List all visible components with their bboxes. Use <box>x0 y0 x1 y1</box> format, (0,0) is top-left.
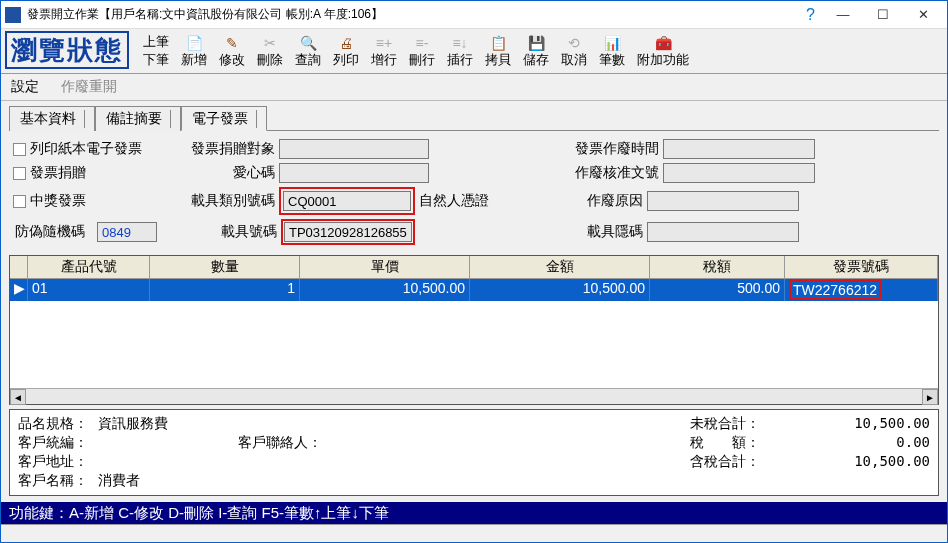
window-title: 發票開立作業【用戶名稱:文中資訊股份有限公司 帳別:A 年度:106】 <box>27 6 806 23</box>
donate-target-label: 發票捐贈對象 <box>183 140 275 158</box>
spec-value: 資訊服務費 <box>98 415 198 433</box>
close-button[interactable]: ✕ <box>903 2 943 28</box>
cancel-button[interactable]: ⟲取消 <box>555 31 593 71</box>
grid-header-blank <box>10 256 28 279</box>
grid-header-prod[interactable]: 產品代號 <box>28 256 150 279</box>
add-button[interactable]: 📄新增 <box>175 31 213 71</box>
minimize-button[interactable]: — <box>823 2 863 28</box>
donate-target-input[interactable] <box>279 139 429 159</box>
cell-tax[interactable]: 500.00 <box>650 279 785 301</box>
count-button[interactable]: 📊筆數 <box>593 31 631 71</box>
grid-header: 產品代號 數量 單價 金額 稅額 發票號碼 <box>10 256 938 279</box>
save-icon: 💾 <box>528 34 545 52</box>
grid-body[interactable]: ▶ 01 1 10,500.00 10,500.00 500.00 TW2276… <box>10 279 938 388</box>
line-items-grid: 產品代號 數量 單價 金額 稅額 發票號碼 ▶ 01 1 10,500.00 1… <box>9 255 939 405</box>
void-time-input[interactable] <box>663 139 815 159</box>
app-window: 發票開立作業【用戶名稱:文中資訊股份有限公司 帳別:A 年度:106】 ? — … <box>0 0 948 543</box>
scroll-left-icon[interactable]: ◄ <box>10 389 26 405</box>
grid-hscroll[interactable]: ◄ ► <box>10 388 938 404</box>
total-label: 含稅合計： <box>690 453 780 471</box>
carrier-hide-label: 載具隱碼 <box>533 223 643 241</box>
name-label: 客戶名稱： <box>18 472 98 490</box>
void-reason-input[interactable] <box>647 191 799 211</box>
subtotal-label: 未稅合計： <box>690 415 780 433</box>
save-button[interactable]: 💾儲存 <box>517 31 555 71</box>
mode-status: 瀏覽狀態 <box>5 31 129 69</box>
edit-icon: ✎ <box>226 34 238 52</box>
print-button[interactable]: 🖨列印 <box>327 31 365 71</box>
carrier-no-input[interactable] <box>284 222 412 242</box>
next-record-button[interactable]: 下筆 <box>143 51 169 69</box>
copy-button[interactable]: 📋拷貝 <box>479 31 517 71</box>
summary-right: 未稅合計：10,500.00 稅 額：0.00 含稅合計：10,500.00 <box>538 414 930 491</box>
void-approval-input[interactable] <box>663 163 815 183</box>
name-value: 消費者 <box>98 472 198 490</box>
scroll-right-icon[interactable]: ► <box>922 389 938 405</box>
function-key-bar: 功能鍵：A-新增 C-修改 D-刪除 I-查詢 F5-筆數↑上筆↓下筆 <box>1 502 947 524</box>
void-reason-label: 作廢原因 <box>533 192 643 210</box>
cb-prize[interactable]: 中獎發票 <box>13 192 183 210</box>
contact-label: 客戶聯絡人： <box>238 434 328 452</box>
carrier-type-input[interactable] <box>283 191 411 211</box>
tab-einvoice[interactable]: 電子發票 <box>181 106 267 131</box>
addrow-button[interactable]: ≡+增行 <box>365 31 403 71</box>
maximize-button[interactable]: ☐ <box>863 2 903 28</box>
custno-label: 客戶統編： <box>18 434 98 452</box>
summary-left: 品名規格：資訊服務費 客戶統編： 客戶聯絡人： 客戶地址： 客戶名稱：消費者 <box>18 414 538 491</box>
cell-amount[interactable]: 10,500.00 <box>470 279 650 301</box>
insrow-button[interactable]: ≡↓插行 <box>441 31 479 71</box>
summary-panel: 品名規格：資訊服務費 客戶統編： 客戶聯絡人： 客戶地址： 客戶名稱：消費者 未… <box>9 409 939 496</box>
nav-buttons: 上筆 下筆 <box>137 31 175 71</box>
carrier-desc: 自然人憑證 <box>419 192 489 210</box>
status-strip <box>1 524 947 542</box>
titlebar: 發票開立作業【用戶名稱:文中資訊股份有限公司 帳別:A 年度:106】 ? — … <box>1 1 947 29</box>
checkbox-icon <box>13 167 26 180</box>
cell-price[interactable]: 10,500.00 <box>300 279 470 301</box>
cb-print-paper[interactable]: 列印紙本電子發票 <box>13 140 183 158</box>
custno-value <box>98 434 198 452</box>
cell-invno[interactable]: TW22766212 <box>785 279 938 301</box>
delrow-button[interactable]: ≡-刪行 <box>403 31 441 71</box>
total-value: 10,500.00 <box>780 453 930 471</box>
void-time-label: 發票作廢時間 <box>549 140 659 158</box>
extra-button[interactable]: 🧰附加功能 <box>631 31 695 71</box>
grid-header-qty[interactable]: 數量 <box>150 256 300 279</box>
grid-header-amount[interactable]: 金額 <box>470 256 650 279</box>
window-controls: — ☐ ✕ <box>823 2 943 28</box>
grid-header-price[interactable]: 單價 <box>300 256 470 279</box>
delete-button[interactable]: ✂刪除 <box>251 31 289 71</box>
copy-icon: 📋 <box>490 34 507 52</box>
prev-record-button[interactable]: 上筆 <box>143 33 169 51</box>
einvoice-form: 列印紙本電子發票 發票捐贈對象 發票作廢時間 發票捐贈 愛心碼 作廢核准文號 中… <box>9 131 939 255</box>
tab-notes[interactable]: 備註摘要 <box>95 106 181 131</box>
tax-value: 0.00 <box>780 434 930 452</box>
menu-settings[interactable]: 設定 <box>11 78 39 94</box>
cb-donate[interactable]: 發票捐贈 <box>13 164 183 182</box>
delrow-icon: ≡- <box>416 34 429 52</box>
count-icon: 📊 <box>604 34 621 52</box>
rand-code-input[interactable] <box>97 222 157 242</box>
row-indicator: ▶ <box>10 279 28 301</box>
table-row[interactable]: ▶ 01 1 10,500.00 10,500.00 500.00 TW2276… <box>10 279 938 301</box>
invno-highlight: TW22766212 <box>789 280 881 300</box>
cell-qty[interactable]: 1 <box>150 279 300 301</box>
spec-label: 品名規格： <box>18 415 98 433</box>
help-icon[interactable]: ? <box>806 6 815 24</box>
addr-label: 客戶地址： <box>18 453 98 471</box>
checkbox-icon <box>13 143 26 156</box>
carrier-no-label: 載具號碼 <box>185 223 277 241</box>
love-code-input[interactable] <box>279 163 429 183</box>
query-button[interactable]: 🔍查詢 <box>289 31 327 71</box>
carrier-hide-input[interactable] <box>647 222 799 242</box>
cell-prod[interactable]: 01 <box>28 279 150 301</box>
void-approval-label: 作廢核准文號 <box>549 164 659 182</box>
menu-void[interactable]: 作廢重開 <box>61 78 117 94</box>
submenu-bar: 設定 作廢重開 <box>1 74 947 101</box>
checkbox-icon <box>13 195 26 208</box>
edit-button[interactable]: ✎修改 <box>213 31 251 71</box>
grid-header-tax[interactable]: 稅額 <box>650 256 785 279</box>
rand-code-label: 防偽隨機碼 <box>15 223 93 241</box>
extra-icon: 🧰 <box>655 34 672 52</box>
tab-basic[interactable]: 基本資料 <box>9 106 95 131</box>
grid-header-invno[interactable]: 發票號碼 <box>785 256 938 279</box>
